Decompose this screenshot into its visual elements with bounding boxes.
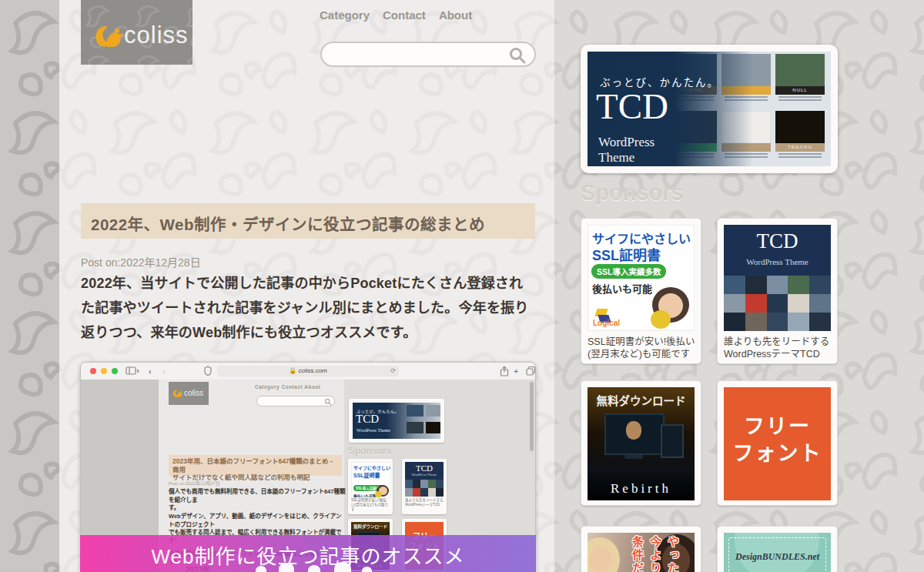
page: coliss Category Contact About 2022年、Web制… [0, 0, 924, 572]
forward-icon: › [162, 366, 166, 376]
back-icon: ‹ [149, 366, 152, 376]
freefont-ad-image: フリー フォント [724, 387, 831, 500]
url-text: coliss.com [298, 367, 326, 374]
mini-search-box [256, 396, 335, 406]
site-logo[interactable]: coliss [81, 0, 192, 65]
promo-banner-text: Web制作に役立つ記事のオススメ [80, 540, 536, 569]
mini-tcd-banner: ぶっとび、かんたん。 TCD WordPress Theme [349, 399, 444, 443]
traffic-close-icon [90, 368, 96, 374]
mini-tcd-caption: 誰よりも先をリードするWordPressテーマTCD [405, 498, 444, 507]
tcd-banner-title: TCD [596, 85, 668, 127]
mini-search-icon [324, 398, 332, 406]
rebirth-ad-image: 無料ダウンロード Rebirth [588, 387, 695, 500]
logical-logo: Logical [593, 319, 620, 327]
logo-wordmark: coliss [124, 23, 189, 47]
sponsor-card-tcd[interactable]: TCD WordPress Theme 誰よりも先をリードするWordPress… [717, 218, 838, 364]
search-input[interactable] [331, 45, 504, 65]
mini-tcd-subtitle: WordPress Theme [357, 428, 390, 433]
search-icon[interactable] [508, 46, 527, 65]
tab-overview-icon [526, 366, 536, 376]
post-body: 2022年、当サイトで公開した記事の中からPocketにたくさん登録された記事や… [81, 271, 537, 345]
mini-sponsors-heading: Sponsors [349, 446, 391, 457]
nav-contact[interactable]: Contact [383, 8, 426, 22]
share-icon [500, 366, 509, 376]
mini-post-date: Post on:2022年12月27日 [169, 480, 220, 487]
browser-chrome: ‹ › 🔒 coliss.com ⟳ + [81, 363, 535, 380]
traffic-zoom-icon [112, 368, 118, 374]
privacy-shield-icon [204, 366, 212, 376]
mini-squirrel-icon [172, 389, 183, 399]
mini-tcd-card: TCD WordPress Theme 誰よりも先をリードするWordPress… [402, 459, 447, 514]
mini-ssl-caption: SSL証明書が安い!後払い(翌月末など)も可能です [351, 498, 390, 512]
mini-logo-wordmark: coliss [184, 389, 203, 397]
sponsor-card-designbundles[interactable]: DesignBUNDLES.net FREE DESIGN [717, 526, 838, 572]
job-ad-image: やった 今より 条件だ [588, 533, 695, 572]
mini-post-title-bar: 2023年用、日本語のフリーフォント647種類のまとめ -商用 サイトだけでなく… [169, 455, 342, 476]
promo-banner: Web制作に役立つ記事のオススメ [80, 535, 536, 572]
mini-theme-thumb [407, 422, 424, 433]
search-box [320, 42, 536, 67]
mini-theme-thumb [426, 422, 440, 433]
sponsor-card-rebirth[interactable]: 無料ダウンロード Rebirth [581, 380, 701, 506]
mini-theme-thumb [407, 405, 424, 416]
mini-theme-thumb [426, 405, 440, 416]
tcd-caption: 誰よりも先をリードするWordPressテーマTCD [724, 336, 832, 360]
mini-scrollbar [530, 382, 534, 451]
sponsors-heading: Sponsors [581, 180, 684, 206]
mini-tcd-title: TCD [356, 413, 379, 426]
banner-decoration [362, 567, 372, 572]
traffic-minimize-icon [101, 368, 107, 374]
post-title-bar: 2022年、Web制作・デザインに役立つ記事の総まとめ [81, 203, 535, 239]
sidebar-toggle-icon [126, 366, 139, 376]
designbundles-ad-image: DesignBUNDLES.net FREE DESIGN [724, 533, 831, 572]
sponsor-card-job[interactable]: やった 今より 条件だ [581, 526, 701, 572]
ssl-ad-image: サイフにやさしい SSL証明書 SSL導入実績多数 後払いも可能 Logical [588, 225, 695, 331]
lock-icon: 🔒 [289, 367, 296, 374]
address-bar: 🔒 coliss.com ⟳ [217, 366, 399, 376]
nav-about[interactable]: About [439, 8, 472, 22]
job-vertical-text: やった 今より 条件だ [628, 536, 681, 572]
sponsor-card-ssl[interactable]: サイフにやさしい SSL証明書 SSL導入実績多数 後払いも可能 Logical… [581, 218, 701, 364]
banner-decoration [308, 565, 320, 572]
ssl-caption: SSL証明書が安い!後払い(翌月末など)も可能です [588, 336, 696, 360]
mini-ssl-card: サイフにやさしい SSL証明書 SSL導入実績多数 後払いも可能 SSL証明書が… [348, 459, 393, 514]
tcd-ad-image: TCD WordPress Theme [724, 225, 831, 331]
banner-decoration [279, 563, 294, 572]
nav-category[interactable]: Category [320, 8, 370, 22]
theme-mosaic [724, 276, 831, 331]
new-tab-icon: + [514, 366, 518, 376]
mini-site-logo: coliss [169, 382, 209, 405]
tcd-banner-subtitle: WordPress Theme [598, 135, 654, 166]
sidebar-tcd-banner-ad[interactable]: PORTAL NULL TENJIKU [581, 45, 838, 173]
post-date: Post on:2022年12月28日 [81, 254, 201, 269]
reload-icon: ⟳ [390, 366, 396, 376]
squirrel-icon [94, 23, 125, 51]
woman-photo [648, 287, 689, 327]
banner-decoration [256, 566, 266, 572]
banner-decoration [334, 562, 351, 572]
tcd-banner-art: PORTAL NULL TENJIKU [588, 52, 831, 166]
mini-nav: Category Contact About [255, 384, 321, 390]
post-title[interactable]: 2022年、Web制作・デザインに役立つ記事の総まとめ [81, 203, 535, 243]
main-nav: Category Contact About [320, 8, 472, 22]
sponsor-card-freefont[interactable]: フリー フォント [717, 380, 838, 506]
